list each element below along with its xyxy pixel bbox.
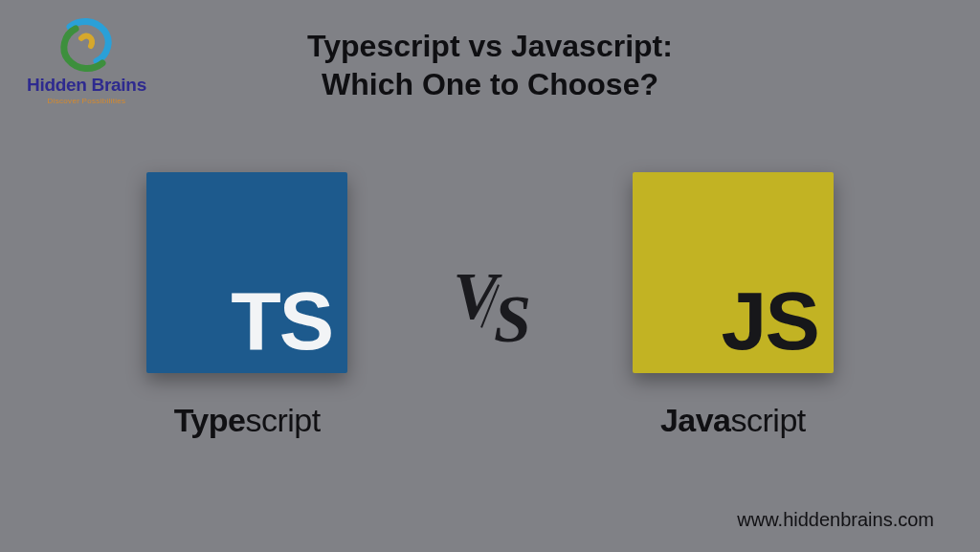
page-title: Typescript vs Javascript: Which One to C…: [0, 27, 980, 103]
typescript-tile: TS: [146, 172, 347, 373]
javascript-tile: JS: [633, 172, 834, 373]
comparison-row: TS Typescript VS JS Javascript: [0, 172, 980, 439]
title-line-2: Which One to Choose?: [0, 65, 980, 103]
title-line-1: Typescript vs Javascript:: [0, 27, 980, 65]
vs-letter-v: V: [453, 258, 494, 335]
footer-url: www.hiddenbrains.com: [737, 509, 934, 531]
javascript-label: Javascript: [660, 402, 806, 439]
typescript-label-light: script: [245, 402, 320, 438]
javascript-tile-text: JS: [722, 279, 818, 362]
vs-separator: VS: [453, 268, 527, 344]
typescript-label-bold: Type: [174, 402, 246, 438]
typescript-tile-text: TS: [231, 279, 332, 362]
javascript-column: JS Javascript: [633, 172, 834, 439]
javascript-label-bold: Java: [660, 402, 731, 438]
typescript-label: Typescript: [174, 402, 321, 439]
javascript-label-light: script: [731, 402, 806, 438]
vs-letter-s: S: [494, 281, 527, 358]
typescript-column: TS Typescript: [146, 172, 347, 439]
